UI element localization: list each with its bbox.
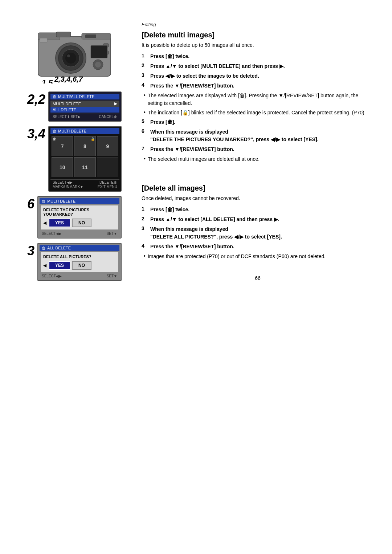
step-num-3: 3 (142, 72, 147, 78)
trash-icon: 🗑 (53, 94, 57, 99)
bullet-icon-1: • (144, 92, 146, 107)
step-content-all-3: When this message is displayed "DELETE A… (150, 225, 374, 241)
menu-item-all-delete: ALL DELETE (50, 107, 119, 113)
step-3-label: 3 (27, 244, 34, 257)
grid-footer: SELECT◀▶ MARK/UNMARK▼ DELETE🗑 EXIT MENU (50, 179, 119, 190)
step-content-all-4: Press the ▼/[REVIEW/SET] button. (150, 243, 374, 250)
screen1-footer: SELECT⬆ SET▶ CANCEL🗑 (50, 114, 119, 119)
dialog-footer-1: SELECT◀▶ SET▼ (40, 231, 119, 236)
step-num-7: 7 (142, 146, 147, 151)
svg-rect-3 (85, 34, 96, 38)
bullet-7: • The selected multi images are deleted … (144, 155, 374, 163)
camera-svg: 1,5 2,3,4,6,7 2,3,4 (34, 25, 114, 83)
dialog-header-1: 🗑 MULTI DELETE (40, 198, 119, 204)
dialog-footer-2: SELECT◀▶ SET▼ (40, 273, 119, 279)
cell-trash-icon: 🗑 (53, 137, 56, 141)
bullet-content-2: The indication [🔒] blinks red if the sel… (148, 109, 364, 117)
step-2-all: 2 Press ▲/▼ to select [ALL DELETE] and t… (142, 216, 374, 223)
bullet-4a: • The selected images are displayed with… (144, 92, 374, 107)
cell-lock-icon: 🔒 (91, 137, 95, 141)
section-6: 6 🗑 MULTI DELETE DELETE THE PICTURES YOU… (27, 196, 122, 239)
svg-rect-12 (40, 38, 47, 42)
screen1-header: 🗑 MULTI/ALL DELETE (50, 94, 119, 99)
svg-point-15 (95, 62, 101, 68)
yes-button-2[interactable]: YES (49, 261, 70, 270)
section-divider (142, 176, 374, 176)
dialog-header-2: 🗑 ALL DELETE (40, 245, 119, 251)
step-num-2: 2 (142, 62, 147, 68)
section-34: 3,4 🗑 MULTI DELETE 🗑 7 🔒 8 9 (27, 126, 122, 192)
bullet-content-3: The selected multi images are deleted al… (148, 155, 260, 163)
section-22: 2,2 🗑 MULTI/ALL DELETE MULTI DELETE ▶ AL… (27, 91, 122, 122)
svg-text:2,3,4,6,7: 2,3,4,6,7 (54, 75, 83, 83)
camera-image-area: 1,5 2,3,4,6,7 2,3,4 (27, 22, 122, 87)
grid-cell-7: 🗑 7 (52, 136, 73, 156)
dialog-buttons-2: ◀ YES NO (43, 261, 116, 270)
step-num-6: 6 (142, 128, 147, 134)
grid-footer-right: DELETE🗑 EXIT MENU (98, 180, 117, 189)
screen-delete-marked: 🗑 MULTI DELETE DELETE THE PICTURES YOU M… (37, 196, 122, 239)
step-content-7: Press the ▼/[REVIEW/SET] button. (150, 146, 374, 153)
trash-icon-2: 🗑 (53, 129, 57, 133)
yes-button-1[interactable]: YES (49, 219, 70, 227)
page-number: 66 (142, 268, 374, 285)
step-num-1: 1 (142, 53, 147, 58)
grid-cell-8: 🔒 8 (74, 136, 95, 156)
step-num-all-2: 2 (142, 216, 147, 221)
step-1-all: 1 Press [🗑] twice. (142, 206, 374, 213)
grid-cell-9: 9 (97, 136, 118, 156)
grid-cell-empty (97, 157, 118, 177)
arrow-left-icon: ◀ (43, 220, 46, 225)
step-6-multi: 6 When this message is displayed "DELETE… (142, 128, 374, 143)
bullet-icon-2: • (144, 109, 146, 117)
step-1-multi: 1 Press [🗑] twice. (142, 53, 374, 60)
delete-all-section: [Delete all images] Once deleted, images… (142, 183, 374, 262)
step-content-3: Press ◀/▶ to select the images to be del… (150, 72, 374, 80)
bullet-icon-3: • (144, 156, 146, 163)
svg-rect-13 (91, 45, 107, 58)
step-content-all-2: Press ▲/▼ to select [ALL DELETE] and the… (150, 216, 374, 223)
step-content-4: Press the ▼/[REVIEW/SET] button. (150, 82, 374, 90)
screen-delete-all: 🗑 ALL DELETE DELETE ALL PICTURES? ◀ YES … (37, 243, 122, 281)
step-7-multi: 7 Press the ▼/[REVIEW/SET] button. (142, 146, 374, 153)
left-column: 1,5 2,3,4,6,7 2,3,4 2,2 🗑 MULTI/ALL DELE… (18, 22, 131, 285)
delete-all-title: [Delete all images] (142, 184, 374, 192)
no-button-2[interactable]: NO (72, 261, 91, 270)
step-content-6: When this message is displayed "DELETE T… (150, 128, 374, 143)
delete-all-desc: Once deleted, images cannot be recovered… (142, 195, 374, 202)
bullet-content-4: Images that are protected (P70) or out o… (148, 253, 326, 260)
menu-item-multi-delete: MULTI DELETE ▶ (50, 101, 119, 107)
trash-icon-3: 🗑 (42, 199, 46, 203)
step-num-4: 4 (142, 82, 147, 88)
grid-area: 🗑 7 🔒 8 9 10 11 (50, 135, 119, 178)
step-3-all: 3 When this message is displayed "DELETE… (142, 225, 374, 241)
step-content-2: Press ▲/▼ to select [MULTI DELETE] and t… (150, 62, 374, 70)
no-button-1[interactable]: NO (72, 219, 91, 227)
step-3-multi: 3 Press ◀/▶ to select the images to be d… (142, 72, 374, 80)
step-content-1: Press [🗑] twice. (150, 53, 374, 60)
svg-rect-9 (56, 32, 71, 37)
step-num-all-1: 1 (142, 206, 147, 212)
screen-grid: 🗑 MULTI DELETE 🗑 7 🔒 8 9 (48, 126, 122, 192)
step-num-all-3: 3 (142, 225, 147, 231)
svg-text:1,5: 1,5 (42, 78, 53, 83)
step-2-multi: 2 Press ▲/▼ to select [MULTI DELETE] and… (142, 62, 374, 70)
delete-multi-title: [Delete multi images] (142, 31, 374, 39)
step-content-5: Press [🗑]. (150, 118, 374, 126)
dialog-body-1: DELETE THE PICTURES YOU MARKED? ◀ YES NO (41, 205, 118, 230)
editing-label: Editing (142, 22, 374, 27)
grid-footer-left: SELECT◀▶ MARK/UNMARK▼ (53, 180, 83, 189)
svg-point-7 (65, 53, 76, 64)
step-22-label: 2,2 (27, 93, 45, 106)
step-4-all: 4 Press the ▼/[REVIEW/SET] button. (142, 243, 374, 250)
step-5-multi: 5 Press [🗑]. (142, 118, 374, 126)
svg-text:2,3,4: 2,3,4 (59, 82, 75, 83)
delete-multi-section: [Delete multi images] It is possible to … (142, 30, 374, 165)
dialog-buttons-1: ◀ YES NO (43, 219, 116, 227)
dialog-text-2: DELETE ALL PICTURES? (43, 254, 116, 259)
bullet-content-1: The selected images are displayed with [… (148, 92, 374, 107)
bullet-all-4: • Images that are protected (P70) or out… (144, 253, 374, 260)
grid-cell-10: 10 (52, 157, 73, 177)
dialog-body-2: DELETE ALL PICTURES? ◀ YES NO (41, 252, 118, 272)
svg-point-8 (67, 54, 70, 57)
